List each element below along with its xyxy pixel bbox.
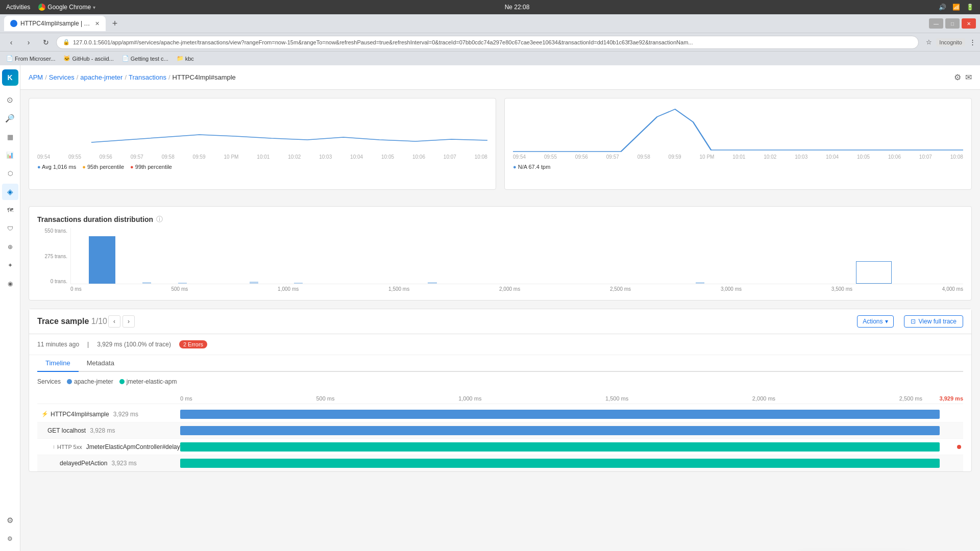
throughput-card: 09:5409:5509:5609:5709:5809:5910 PM10:01… bbox=[504, 98, 972, 190]
tab-close-btn[interactable]: ✕ bbox=[95, 20, 100, 27]
chart-x-labels-right: 09:5409:5509:5609:5709:5809:5910 PM10:01… bbox=[513, 154, 963, 164]
service-jmeter-dot: jmeter-elastic-apm bbox=[119, 378, 177, 385]
sidebar-item-apm[interactable]: ◈ bbox=[2, 184, 18, 200]
active-tab[interactable]: HTTPC4Impl#sample | T... ✕ bbox=[4, 16, 106, 31]
chart-x-labels: 09:5409:5509:5609:5709:5809:5910 PM10:01… bbox=[37, 154, 487, 164]
os-time: Ne 22:08 bbox=[505, 4, 530, 11]
dist-bar-sm3 bbox=[250, 282, 258, 284]
incognito-label: Incognito bbox=[936, 38, 965, 46]
trace-title: Trace sample 1/10 bbox=[37, 317, 107, 326]
throughput-chart bbox=[513, 107, 963, 153]
mail-icon[interactable]: ✉ bbox=[965, 72, 972, 82]
timeline-header-row: 0 ms 500 ms 1,000 ms 1,500 ms 2,000 ms 2… bbox=[29, 393, 971, 404]
trace-row: GET localhost 3,928 ms bbox=[37, 422, 963, 439]
distribution-header: Transactions duration distribution ⓘ bbox=[37, 215, 963, 224]
sidebar-item-canvas[interactable]: ⬡ bbox=[2, 165, 18, 182]
sidebar-item-discover[interactable]: 🔎 bbox=[2, 110, 18, 127]
trace-tabs: Timeline Metadata bbox=[29, 355, 971, 372]
bookmark-kbc[interactable]: 📁 kbc bbox=[175, 54, 196, 63]
os-bar: Activities Google Chrome ▾ Ne 22:08 🔊📶🔋 bbox=[0, 0, 980, 14]
sidebar-item-ml[interactable]: ✦ bbox=[2, 257, 18, 273]
trace-bar-0 bbox=[180, 410, 940, 419]
back-btn[interactable]: ‹ bbox=[4, 35, 18, 49]
trace-next-btn[interactable]: › bbox=[122, 315, 135, 328]
sidebar-item-visualize[interactable]: 📊 bbox=[2, 147, 18, 163]
close-btn[interactable]: ✕ bbox=[962, 18, 976, 29]
trace-services-row: Services apache-jmeter jmeter-elastic-ap… bbox=[29, 378, 971, 393]
url-bar: ‹ › ↻ 🔒 127.0.0.1:5601/app/apm#/services… bbox=[0, 33, 980, 51]
trace-row: ↕ HTTP 5xx JmeterElasticApmController#de… bbox=[37, 439, 963, 455]
os-bar-left: Activities Google Chrome ▾ bbox=[6, 4, 95, 11]
response-time-chart bbox=[37, 107, 487, 153]
dist-y-labels: 550 trans. 275 trans. 0 trans. bbox=[37, 228, 70, 284]
sidebar-item-uptime[interactable]: ⊕ bbox=[2, 239, 18, 255]
breadcrumb-transactions[interactable]: Transactions bbox=[129, 73, 166, 81]
trace-duration: 3,929 ms (100.0% of trace) bbox=[97, 341, 171, 348]
distribution-chart: 550 trans. 275 trans. 0 trans. bbox=[37, 228, 963, 284]
settings-icon[interactable]: ⚙ bbox=[954, 72, 961, 82]
breadcrumb-services[interactable]: Services bbox=[49, 73, 75, 81]
bookmark-github[interactable]: 🐱 GitHub - asciid... bbox=[61, 54, 115, 63]
tab-title: HTTPC4Impl#sample | T... bbox=[20, 20, 92, 27]
sidebar-item-dashboard[interactable]: ▦ bbox=[2, 129, 18, 145]
timeline-total-duration: 3,929 ms bbox=[922, 395, 963, 402]
trace-duration-label: | bbox=[87, 341, 89, 348]
bookmark-icon[interactable]: ☆ bbox=[926, 38, 932, 46]
icon-sidebar: K ⊙ 🔎 ▦ 📊 ⬡ ◈ 🗺 🛡 ⊕ ✦ ◉ ⚙ ⚙ bbox=[0, 65, 20, 551]
trace-bar-1 bbox=[180, 426, 940, 435]
trace-bar-2 bbox=[180, 442, 940, 452]
top-nav-right: ⚙ ✉ bbox=[954, 72, 972, 82]
breadcrumb-apm[interactable]: APM bbox=[29, 73, 43, 81]
dist-x-labels: 0 ms 500 ms 1,000 ms 1,500 ms 2,000 ms 2… bbox=[37, 286, 963, 292]
reload-btn[interactable]: ↻ bbox=[39, 35, 53, 49]
trace-meta: 11 minutes ago | 3,929 ms (100.0% of tra… bbox=[29, 334, 971, 355]
app-container: K ⊙ 🔎 ▦ 📊 ⬡ ◈ 🗺 🛡 ⊕ ✦ ◉ ⚙ ⚙ APM / Servic… bbox=[0, 65, 980, 551]
dist-bars-area bbox=[70, 228, 963, 284]
services-label: Services bbox=[37, 378, 61, 385]
bookmark-getting-test[interactable]: 📄 Getting test c... bbox=[120, 54, 170, 63]
timeline-time-markers: 0 ms 500 ms 1,000 ms 1,500 ms 2,000 ms 2… bbox=[180, 395, 922, 402]
content-area: 09:5409:5509:5609:5709:5809:5910 PM10:01… bbox=[20, 90, 980, 551]
url-right: ☆ Incognito ⋮ bbox=[926, 38, 976, 46]
sidebar-item-home[interactable]: ⊙ bbox=[2, 92, 18, 108]
menu-btn[interactable]: ⋮ bbox=[969, 38, 976, 46]
trace-header: Trace sample 1/10 ‹ › Actions ▾ ⊡ View f… bbox=[29, 309, 971, 334]
trace-sample-card: Trace sample 1/10 ‹ › Actions ▾ ⊡ View f… bbox=[29, 309, 972, 472]
dist-bar-sm5 bbox=[428, 282, 436, 284]
dist-bar-outline bbox=[856, 261, 892, 284]
url-text: 127.0.0.1:5601/app/apm#/services/apache-… bbox=[73, 39, 693, 45]
url-input[interactable]: 🔒 127.0.0.1:5601/app/apm#/services/apach… bbox=[56, 36, 919, 49]
trace-error-badge: 2 Errors bbox=[179, 340, 207, 348]
forward-btn[interactable]: › bbox=[21, 35, 36, 49]
distribution-card: Transactions duration distribution ⓘ 550… bbox=[29, 206, 972, 300]
maximize-btn[interactable]: □ bbox=[945, 18, 960, 29]
chart-legend-right: ● N/A 67.4 tpm bbox=[513, 164, 963, 170]
chrome-label[interactable]: Google Chrome ▾ bbox=[38, 4, 95, 11]
dist-bar-sm1 bbox=[142, 282, 151, 284]
sidebar-item-graph[interactable]: ◉ bbox=[2, 276, 18, 292]
sidebar-item-maps[interactable]: 🗺 bbox=[2, 202, 18, 218]
activities-label[interactable]: Activities bbox=[6, 4, 30, 11]
view-full-trace-btn[interactable]: ⊡ View full trace bbox=[904, 315, 963, 328]
window-controls: — □ ✕ bbox=[929, 18, 976, 29]
new-tab-btn[interactable]: + bbox=[108, 16, 122, 31]
trace-rows: ⚡ HTTPC4Impl#sample 3,929 ms GET localho… bbox=[29, 406, 971, 471]
trace-prev-btn[interactable]: ‹ bbox=[108, 315, 120, 328]
sidebar-item-dev-tools[interactable]: ⚙ bbox=[2, 512, 18, 529]
dist-bar-sm6 bbox=[696, 282, 704, 284]
actions-btn[interactable]: Actions ▾ bbox=[857, 315, 893, 328]
breadcrumb-apache-jmeter[interactable]: apache-jmeter bbox=[80, 73, 122, 81]
trace-bar-3 bbox=[180, 459, 940, 468]
bookmark-from-microser[interactable]: 📄 From Microser... bbox=[4, 54, 57, 63]
bookmarks-bar: 📄 From Microser... 🐱 GitHub - asciid... … bbox=[0, 51, 980, 65]
app-logo[interactable]: K bbox=[2, 69, 18, 86]
tab-timeline[interactable]: Timeline bbox=[37, 355, 79, 372]
chart-legend-left: ● Avg 1,016 ms ● 95th percentile ● 99th … bbox=[37, 164, 487, 170]
sidebar-item-siem[interactable]: 🛡 bbox=[2, 220, 18, 237]
dist-bar-main bbox=[89, 236, 115, 284]
trace-tab-bar: Timeline Metadata bbox=[37, 355, 963, 372]
minimize-btn[interactable]: — bbox=[929, 18, 943, 29]
tab-metadata[interactable]: Metadata bbox=[79, 355, 122, 372]
dist-bar-sm4 bbox=[294, 283, 303, 284]
sidebar-item-settings[interactable]: ⚙ bbox=[2, 531, 18, 547]
